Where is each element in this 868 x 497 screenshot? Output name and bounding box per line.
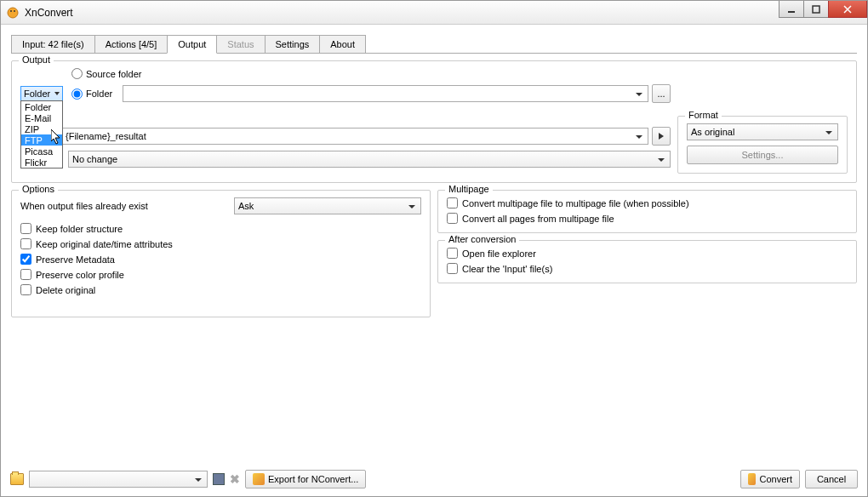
case-value: No change bbox=[72, 154, 117, 164]
dropdown-option-ftp[interactable]: FTP bbox=[21, 134, 62, 146]
clear-input-checkbox[interactable] bbox=[447, 263, 458, 274]
folder-radio[interactable] bbox=[71, 89, 83, 100]
svg-rect-3 bbox=[788, 11, 795, 13]
tab-input[interactable]: Input: 42 file(s) bbox=[11, 35, 95, 53]
window-controls bbox=[779, 1, 867, 18]
preset-combo[interactable] bbox=[29, 471, 208, 488]
keep-date-checkbox[interactable] bbox=[20, 238, 31, 249]
format-combo[interactable]: As original bbox=[687, 123, 838, 140]
delete-orig-checkbox[interactable] bbox=[20, 284, 31, 295]
open-explorer-label: Open file explorer bbox=[462, 248, 536, 259]
convert-all-checkbox[interactable] bbox=[447, 213, 458, 224]
export-icon bbox=[253, 473, 265, 485]
folder-radio-label: Folder bbox=[86, 89, 112, 99]
dropdown-option-picasa[interactable]: Picasa bbox=[21, 146, 62, 157]
filename-play-button[interactable] bbox=[652, 127, 671, 146]
svg-rect-4 bbox=[813, 6, 819, 13]
export-button[interactable]: Export for NConvert... bbox=[245, 470, 366, 488]
save-icon[interactable] bbox=[213, 473, 225, 485]
open-explorer-checkbox[interactable] bbox=[447, 248, 458, 259]
svg-point-0 bbox=[8, 8, 18, 18]
filename-value: {Filename}_resultat bbox=[66, 131, 146, 141]
preserve-color-label: Preserve color profile bbox=[36, 270, 124, 280]
tab-actions[interactable]: Actions [4/5] bbox=[94, 35, 168, 53]
after-group: After conversion Open file explorer Clea… bbox=[437, 240, 857, 283]
minimize-button[interactable] bbox=[779, 1, 804, 18]
after-legend: After conversion bbox=[445, 234, 519, 244]
chevron-down-icon bbox=[54, 92, 60, 95]
convert-mp-checkbox[interactable] bbox=[447, 197, 458, 209]
tab-about[interactable]: About bbox=[319, 35, 366, 53]
folder-path-combo[interactable] bbox=[123, 85, 648, 102]
delete-orig-label: Delete original bbox=[36, 285, 95, 295]
dropdown-option-zip[interactable]: ZIP bbox=[21, 123, 62, 134]
tab-settings[interactable]: Settings bbox=[265, 35, 321, 53]
format-settings-button[interactable]: Settings... bbox=[687, 146, 838, 164]
dropdown-option-flickr[interactable]: Flickr bbox=[21, 157, 62, 168]
close-button[interactable] bbox=[828, 1, 867, 18]
format-legend: Format bbox=[685, 110, 722, 120]
convert-icon bbox=[748, 473, 756, 485]
open-folder-icon[interactable] bbox=[10, 473, 24, 485]
format-group: Format As original Settings... bbox=[677, 116, 848, 174]
svg-point-2 bbox=[14, 10, 15, 12]
when-exist-combo[interactable]: Ask bbox=[234, 197, 421, 214]
output-type-dropdown[interactable]: Folder Folder E-Mail ZIP FTP Picasa Flic… bbox=[20, 86, 63, 101]
titlebar: XnConvert bbox=[1, 1, 867, 25]
app-title: XnConvert bbox=[25, 7, 73, 19]
dropdown-option-email[interactable]: E-Mail bbox=[21, 112, 62, 123]
keep-folder-label: Keep folder structure bbox=[36, 224, 123, 234]
maximize-button[interactable] bbox=[803, 1, 829, 18]
clear-input-label: Clear the 'Input' file(s) bbox=[462, 264, 552, 274]
delete-icon[interactable]: ✖ bbox=[230, 472, 240, 486]
browse-button[interactable]: ... bbox=[652, 84, 671, 103]
keep-date-label: Keep original date/time attributes bbox=[36, 239, 173, 249]
dropdown-option-folder[interactable]: Folder bbox=[21, 101, 62, 112]
keep-folder-checkbox[interactable] bbox=[20, 223, 31, 234]
case-combo[interactable]: No change bbox=[68, 151, 671, 168]
content: Output Source folder Folder Folder bbox=[11, 54, 857, 324]
preserve-meta-label: Preserve Metadata bbox=[36, 254, 115, 265]
multipage-legend: Multipage bbox=[445, 184, 493, 194]
source-folder-radio[interactable] bbox=[71, 68, 83, 79]
when-exist-value: Ask bbox=[238, 201, 254, 211]
options-legend: Options bbox=[19, 184, 58, 194]
bottombar: ✖ Export for NConvert... Convert Cancel bbox=[10, 470, 858, 488]
source-folder-label: Source folder bbox=[86, 69, 141, 79]
cancel-button[interactable]: Cancel bbox=[805, 470, 858, 488]
format-value: As original bbox=[691, 127, 734, 137]
when-exist-label: When output files already exist bbox=[20, 201, 227, 211]
output-group: Output Source folder Folder Folder bbox=[11, 60, 857, 183]
filename-combo[interactable]: {Filename}_resultat bbox=[61, 128, 648, 145]
dropdown-selected: Folder bbox=[24, 89, 50, 99]
convert-mp-label: Convert multipage file to multipage file… bbox=[462, 198, 689, 209]
dropdown-list: Folder E-Mail ZIP FTP Picasa Flickr bbox=[20, 100, 63, 169]
preserve-color-checkbox[interactable] bbox=[20, 269, 31, 280]
multipage-group: Multipage Convert multipage file to mult… bbox=[437, 190, 857, 233]
tab-status[interactable]: Status bbox=[216, 35, 265, 53]
convert-button[interactable]: Convert bbox=[740, 470, 800, 488]
convert-all-label: Convert all pages from multipage file bbox=[462, 214, 614, 224]
preserve-meta-checkbox[interactable] bbox=[20, 254, 31, 265]
options-group: Options When output files already exist … bbox=[11, 190, 431, 317]
tabstrip: Input: 42 file(s) Actions [4/5] Output S… bbox=[11, 35, 857, 54]
app-icon bbox=[6, 6, 20, 20]
output-legend: Output bbox=[19, 54, 54, 65]
svg-point-1 bbox=[10, 10, 12, 12]
tab-output[interactable]: Output bbox=[167, 35, 217, 54]
